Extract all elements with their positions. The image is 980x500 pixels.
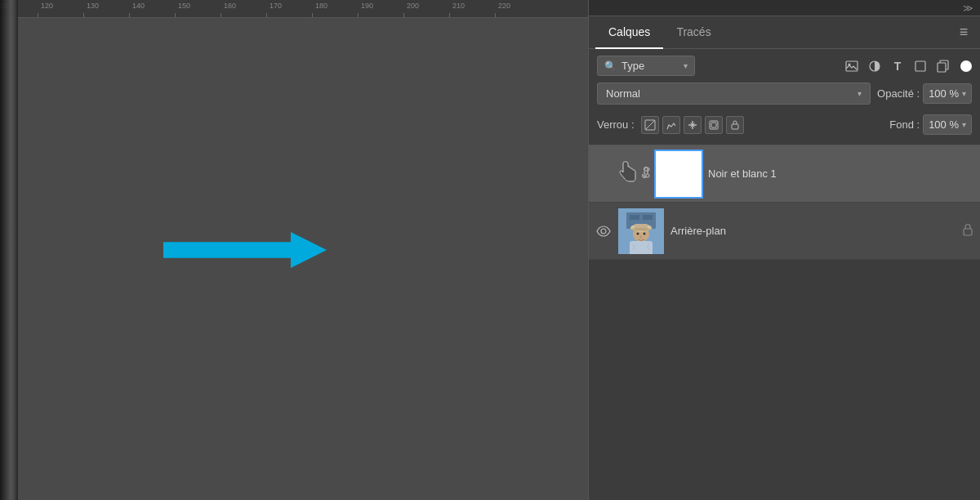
ruler-tick-120 bbox=[38, 13, 38, 17]
lock-position-btn[interactable] bbox=[684, 116, 702, 134]
svg-rect-3 bbox=[915, 61, 925, 71]
arrow-body bbox=[163, 232, 327, 268]
layer-name-2: Arrière-plan bbox=[670, 225, 956, 237]
ruler-tick-170 bbox=[266, 13, 267, 17]
white-circle-button[interactable] bbox=[960, 60, 972, 72]
image-layer-icon[interactable] bbox=[843, 57, 861, 75]
ruler-mark-140: 140 bbox=[132, 2, 145, 10]
layer-name-1: Noir et blanc 1 bbox=[708, 167, 973, 180]
layer-lock-icon bbox=[962, 223, 973, 239]
opacity-label: Opacité : bbox=[877, 87, 920, 100]
ruler-mark-170: 170 bbox=[270, 2, 282, 10]
type-filter-label: Type bbox=[621, 60, 679, 72]
shape-layer-icon[interactable] bbox=[911, 57, 929, 75]
ruler-tick-130 bbox=[83, 13, 84, 17]
blend-mode-row: Normal ▾ Opacité : 100 % ▾ bbox=[597, 83, 972, 105]
search-row: 🔍 Type ▾ bbox=[597, 56, 972, 76]
svg-rect-15 bbox=[630, 215, 639, 220]
ruler-mark-220: 220 bbox=[498, 2, 510, 10]
layer-visibility-toggle-2[interactable] bbox=[595, 225, 612, 237]
fill-control: Fond : 100 % ▾ bbox=[889, 114, 972, 135]
svg-rect-23 bbox=[630, 241, 653, 254]
svg-rect-5 bbox=[938, 63, 946, 72]
svg-point-22 bbox=[644, 232, 646, 234]
canvas-area: 110120130140150160170180190200210220 bbox=[0, 0, 588, 500]
ruler-mark-120: 120 bbox=[41, 2, 53, 10]
fond-label: Fond : bbox=[889, 118, 920, 131]
svg-rect-24 bbox=[964, 229, 972, 235]
blend-mode-label: Normal bbox=[606, 87, 858, 100]
type-filter-dropdown[interactable]: 🔍 Type ▾ bbox=[597, 56, 695, 76]
ruler-mark-150: 150 bbox=[178, 2, 190, 10]
ruler-tick-150 bbox=[175, 13, 176, 17]
type-dropdown-arrow: ▾ bbox=[684, 61, 688, 70]
svg-rect-16 bbox=[643, 215, 653, 220]
svg-rect-0 bbox=[846, 61, 858, 71]
layer-type-icons: T bbox=[843, 57, 972, 75]
svg-point-20 bbox=[630, 228, 652, 231]
panel-tabs: Calques Tracés ≡ bbox=[589, 16, 980, 49]
blue-arrow-indicator bbox=[163, 232, 327, 268]
ruler-mark-190: 190 bbox=[361, 2, 373, 10]
blend-dropdown-arrow: ▾ bbox=[858, 89, 862, 98]
opacity-input[interactable]: 100 % ▾ bbox=[923, 83, 972, 104]
lock-image-btn[interactable] bbox=[662, 116, 680, 134]
ruler: 110120130140150160170180190200210220 bbox=[0, 0, 588, 18]
svg-point-21 bbox=[637, 232, 639, 234]
lock-row: Verrou : bbox=[597, 111, 972, 138]
blend-mode-dropdown[interactable]: Normal ▾ bbox=[597, 83, 871, 105]
fond-input[interactable]: 100 % ▾ bbox=[923, 114, 972, 135]
bw-photo-strip bbox=[0, 0, 18, 500]
text-layer-icon[interactable]: T bbox=[889, 57, 906, 75]
lock-transparency-btn[interactable] bbox=[641, 116, 659, 134]
panel-resize-icon[interactable]: ≫ bbox=[963, 2, 973, 14]
ruler-mark-200: 200 bbox=[407, 2, 419, 10]
tab-traces[interactable]: Tracés bbox=[663, 16, 724, 49]
fond-dropdown-arrow: ▾ bbox=[962, 120, 966, 129]
layer-photo-thumbnail bbox=[618, 208, 664, 254]
layers-panel: ≫ Calques Tracés ≡ 🔍 Type ▾ bbox=[588, 0, 980, 500]
ruler-tick-160 bbox=[220, 13, 221, 17]
ruler-tick-190 bbox=[358, 13, 359, 17]
cursor-hand-icon bbox=[618, 161, 636, 186]
lock-label: Verrou : bbox=[597, 118, 635, 131]
layer-arriere-plan[interactable]: Arrière-plan bbox=[589, 203, 980, 260]
ruler-tick-210 bbox=[449, 13, 450, 17]
opacity-dropdown-arrow: ▾ bbox=[962, 89, 966, 98]
panel-topbar: ≫ bbox=[589, 0, 980, 16]
ruler-tick-140 bbox=[129, 13, 130, 17]
svg-rect-9 bbox=[732, 124, 738, 129]
svg-rect-8 bbox=[711, 123, 716, 127]
layer-mask-thumbnail bbox=[656, 151, 702, 197]
lock-all-btn[interactable] bbox=[726, 116, 744, 134]
tab-calques[interactable]: Calques bbox=[595, 16, 663, 49]
layer-thumb-group-1 bbox=[618, 151, 702, 197]
ruler-mark-160: 160 bbox=[224, 2, 236, 10]
ruler-tick-220 bbox=[495, 13, 496, 17]
panel-controls: 🔍 Type ▾ bbox=[589, 49, 980, 145]
panel-menu-button[interactable]: ≡ bbox=[954, 16, 973, 48]
layers-list[interactable]: 👁 bbox=[589, 145, 980, 500]
search-icon: 🔍 bbox=[604, 60, 617, 72]
opacity-control: Opacité : 100 % ▾ bbox=[877, 83, 972, 104]
svg-point-1 bbox=[849, 63, 851, 65]
ruler-mark-130: 130 bbox=[87, 2, 99, 10]
ruler-tick-200 bbox=[403, 13, 404, 17]
ruler-mark-210: 210 bbox=[452, 2, 465, 10]
svg-point-12 bbox=[601, 229, 606, 234]
chain-link-icon bbox=[641, 164, 653, 184]
lock-artboard-btn[interactable] bbox=[705, 116, 723, 134]
layer-noir-et-blanc[interactable]: 👁 bbox=[589, 145, 980, 203]
ruler-tick-180 bbox=[312, 13, 313, 17]
adjustment-layer-icon[interactable] bbox=[866, 57, 884, 75]
copy-layer-icon[interactable] bbox=[934, 57, 952, 75]
ruler-mark-180: 180 bbox=[315, 2, 327, 10]
